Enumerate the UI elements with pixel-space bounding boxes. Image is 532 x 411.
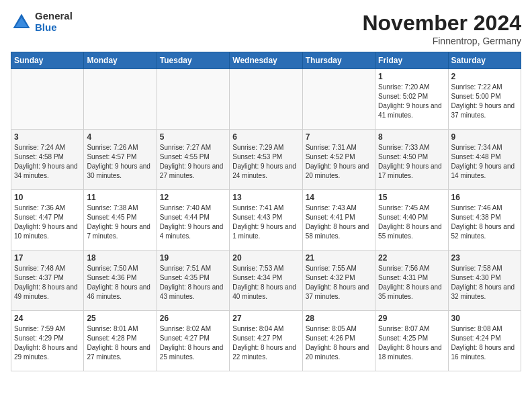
day-info: Sunrise: 7:45 AM Sunset: 4:40 PM Dayligh…	[378, 203, 445, 241]
day-number: 14	[306, 193, 372, 202]
day-info: Sunrise: 7:41 AM Sunset: 4:43 PM Dayligh…	[232, 203, 299, 241]
day-number: 3	[14, 132, 81, 142]
day-info: Sunrise: 7:48 AM Sunset: 4:37 PM Dayligh…	[14, 264, 81, 302]
day-info: Sunrise: 7:55 AM Sunset: 4:32 PM Dayligh…	[306, 264, 372, 302]
logo: General Blue	[11, 11, 73, 33]
day-number: 16	[451, 193, 518, 202]
day-info: Sunrise: 8:01 AM Sunset: 4:28 PM Dayligh…	[87, 324, 153, 362]
day-info: Sunrise: 7:59 AM Sunset: 4:29 PM Dayligh…	[14, 324, 81, 362]
day-number: 26	[160, 314, 226, 323]
day-number: 2	[451, 72, 518, 81]
calendar-cell	[157, 69, 229, 130]
calendar-cell: 27Sunrise: 8:04 AM Sunset: 4:27 PM Dayli…	[230, 311, 302, 371]
day-info: Sunrise: 7:31 AM Sunset: 4:52 PM Dayligh…	[306, 143, 372, 181]
day-number: 11	[87, 193, 153, 202]
day-number: 21	[306, 253, 372, 263]
calendar-cell	[302, 69, 375, 130]
calendar-cell: 30Sunrise: 8:08 AM Sunset: 4:24 PM Dayli…	[448, 311, 521, 371]
logo-icon	[11, 11, 32, 33]
day-info: Sunrise: 7:51 AM Sunset: 4:35 PM Dayligh…	[160, 264, 226, 302]
calendar-cell: 6Sunrise: 7:29 AM Sunset: 4:53 PM Daylig…	[230, 130, 302, 190]
col-header-sunday: Sunday	[11, 52, 84, 69]
logo-general: General	[35, 11, 73, 22]
calendar-cell: 13Sunrise: 7:41 AM Sunset: 4:43 PM Dayli…	[230, 190, 302, 250]
week-row-4: 17Sunrise: 7:48 AM Sunset: 4:37 PM Dayli…	[11, 250, 521, 311]
day-number: 25	[87, 314, 153, 323]
calendar-cell: 19Sunrise: 7:51 AM Sunset: 4:35 PM Dayli…	[157, 250, 229, 311]
calendar-cell: 21Sunrise: 7:55 AM Sunset: 4:32 PM Dayli…	[302, 250, 375, 311]
day-number: 12	[160, 193, 226, 202]
calendar-cell	[11, 69, 84, 130]
day-info: Sunrise: 7:53 AM Sunset: 4:34 PM Dayligh…	[232, 264, 299, 302]
day-number: 28	[306, 314, 372, 323]
calendar-cell: 2Sunrise: 7:22 AM Sunset: 5:00 PM Daylig…	[448, 69, 521, 130]
col-header-wednesday: Wednesday	[230, 52, 302, 69]
day-info: Sunrise: 7:56 AM Sunset: 4:31 PM Dayligh…	[378, 264, 445, 302]
calendar-cell: 14Sunrise: 7:43 AM Sunset: 4:41 PM Dayli…	[302, 190, 375, 250]
day-info: Sunrise: 8:05 AM Sunset: 4:26 PM Dayligh…	[306, 324, 372, 362]
calendar-cell: 3Sunrise: 7:24 AM Sunset: 4:58 PM Daylig…	[11, 130, 84, 190]
day-number: 18	[87, 253, 153, 263]
calendar-header-row: SundayMondayTuesdayWednesdayThursdayFrid…	[11, 52, 521, 69]
calendar-cell	[84, 69, 157, 130]
day-info: Sunrise: 7:36 AM Sunset: 4:47 PM Dayligh…	[14, 203, 81, 241]
calendar-cell: 11Sunrise: 7:38 AM Sunset: 4:45 PM Dayli…	[84, 190, 157, 250]
calendar-cell: 1Sunrise: 7:20 AM Sunset: 5:02 PM Daylig…	[375, 69, 448, 130]
calendar-cell	[230, 69, 302, 130]
day-info: Sunrise: 7:34 AM Sunset: 4:48 PM Dayligh…	[451, 143, 518, 181]
col-header-thursday: Thursday	[302, 52, 375, 69]
calendar-cell: 16Sunrise: 7:46 AM Sunset: 4:38 PM Dayli…	[448, 190, 521, 250]
day-info: Sunrise: 7:29 AM Sunset: 4:53 PM Dayligh…	[232, 143, 299, 181]
month-title: November 2024	[362, 11, 521, 36]
calendar-cell: 26Sunrise: 8:02 AM Sunset: 4:27 PM Dayli…	[157, 311, 229, 371]
week-row-3: 10Sunrise: 7:36 AM Sunset: 4:47 PM Dayli…	[11, 190, 521, 250]
day-number: 15	[378, 193, 445, 202]
calendar-cell: 7Sunrise: 7:31 AM Sunset: 4:52 PM Daylig…	[302, 130, 375, 190]
calendar-cell: 8Sunrise: 7:33 AM Sunset: 4:50 PM Daylig…	[375, 130, 448, 190]
calendar-cell: 28Sunrise: 8:05 AM Sunset: 4:26 PM Dayli…	[302, 311, 375, 371]
calendar-cell: 10Sunrise: 7:36 AM Sunset: 4:47 PM Dayli…	[11, 190, 84, 250]
day-number: 17	[14, 253, 81, 263]
calendar-cell: 18Sunrise: 7:50 AM Sunset: 4:36 PM Dayli…	[84, 250, 157, 311]
calendar-cell: 15Sunrise: 7:45 AM Sunset: 4:40 PM Dayli…	[375, 190, 448, 250]
day-number: 9	[451, 132, 518, 142]
calendar-cell: 4Sunrise: 7:26 AM Sunset: 4:57 PM Daylig…	[84, 130, 157, 190]
day-number: 5	[160, 132, 226, 142]
calendar-cell: 12Sunrise: 7:40 AM Sunset: 4:44 PM Dayli…	[157, 190, 229, 250]
day-info: Sunrise: 8:02 AM Sunset: 4:27 PM Dayligh…	[160, 324, 226, 362]
col-header-saturday: Saturday	[448, 52, 521, 69]
calendar-cell: 17Sunrise: 7:48 AM Sunset: 4:37 PM Dayli…	[11, 250, 84, 311]
col-header-friday: Friday	[375, 52, 448, 69]
day-number: 20	[232, 253, 299, 263]
day-number: 6	[232, 132, 299, 142]
day-number: 10	[14, 193, 81, 202]
day-number: 29	[378, 314, 445, 323]
calendar-table: SundayMondayTuesdayWednesdayThursdayFrid…	[11, 52, 521, 371]
day-number: 24	[14, 314, 81, 323]
day-info: Sunrise: 8:04 AM Sunset: 4:27 PM Dayligh…	[232, 324, 299, 362]
calendar-cell: 24Sunrise: 7:59 AM Sunset: 4:29 PM Dayli…	[11, 311, 84, 371]
day-info: Sunrise: 8:07 AM Sunset: 4:25 PM Dayligh…	[378, 324, 445, 362]
day-info: Sunrise: 7:38 AM Sunset: 4:45 PM Dayligh…	[87, 203, 153, 241]
calendar-cell: 22Sunrise: 7:56 AM Sunset: 4:31 PM Dayli…	[375, 250, 448, 311]
day-number: 4	[87, 132, 153, 142]
page-header: General Blue November 2024 Finnentrop, G…	[11, 11, 521, 46]
day-info: Sunrise: 7:27 AM Sunset: 4:55 PM Dayligh…	[160, 143, 226, 181]
week-row-5: 24Sunrise: 7:59 AM Sunset: 4:29 PM Dayli…	[11, 311, 521, 371]
logo-text: General Blue	[35, 11, 73, 33]
day-info: Sunrise: 7:24 AM Sunset: 4:58 PM Dayligh…	[14, 143, 81, 181]
day-number: 8	[378, 132, 445, 142]
day-number: 22	[378, 253, 445, 263]
day-number: 27	[232, 314, 299, 323]
day-number: 19	[160, 253, 226, 263]
day-number: 30	[451, 314, 518, 323]
calendar-cell: 25Sunrise: 8:01 AM Sunset: 4:28 PM Dayli…	[84, 311, 157, 371]
calendar-cell: 5Sunrise: 7:27 AM Sunset: 4:55 PM Daylig…	[157, 130, 229, 190]
day-info: Sunrise: 8:08 AM Sunset: 4:24 PM Dayligh…	[451, 324, 518, 362]
day-info: Sunrise: 7:50 AM Sunset: 4:36 PM Dayligh…	[87, 264, 153, 302]
week-row-2: 3Sunrise: 7:24 AM Sunset: 4:58 PM Daylig…	[11, 130, 521, 190]
day-info: Sunrise: 7:43 AM Sunset: 4:41 PM Dayligh…	[306, 203, 372, 241]
logo-blue: Blue	[35, 22, 73, 34]
title-block: November 2024 Finnentrop, Germany	[362, 11, 521, 46]
day-info: Sunrise: 7:40 AM Sunset: 4:44 PM Dayligh…	[160, 203, 226, 241]
